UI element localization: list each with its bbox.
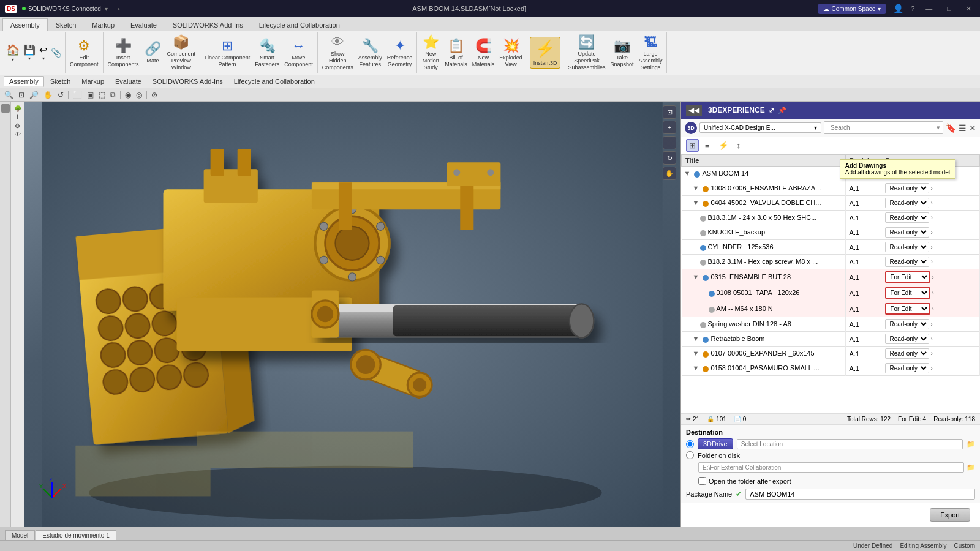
expand-icon[interactable]: ▼	[693, 335, 701, 342]
bottom-tab-motion[interactable]: Estudio de movimiento 1	[36, 530, 116, 540]
help-icon[interactable]: ?	[911, 5, 914, 12]
table-row[interactable]: B18.2 3.1M - Hex cap screw, M8 x ...A.1F…	[682, 255, 980, 269]
ribbon-btn-show-hidden[interactable]: 👁 ShowHiddenComponents	[320, 33, 355, 72]
export-button[interactable]: Export	[930, 508, 970, 522]
dest-3ddrive-button[interactable]: 3DDrive	[698, 438, 733, 449]
ribbon-btn-insert[interactable]: ➕ InsertComponents	[106, 37, 141, 69]
permission-select[interactable]: For EditRead-only	[885, 363, 929, 373]
toolbar-zoom-fit[interactable]: ⊡	[17, 90, 26, 100]
toolbar-search[interactable]: 🔍	[2, 90, 15, 100]
app-selector-dropdown[interactable]: Unified X-CAD Design E... ▾	[699, 122, 821, 133]
table-row[interactable]: ▼ 0315_ENSAMBLE BUT 28A.1For EditRead-on…	[682, 269, 980, 285]
item-permission[interactable]: For EditRead-only›	[881, 269, 980, 285]
panel-tool-sort[interactable]: ↕	[734, 140, 744, 151]
ribbon-btn-instant3d[interactable]: ⚡ Instant3D	[530, 37, 561, 69]
ribbon-btn-smart-fasteners[interactable]: 🔩 SmartFasteners	[253, 37, 281, 69]
permission-select[interactable]: For EditRead-only	[885, 271, 930, 283]
configuration-icon[interactable]: ⚙	[15, 122, 20, 129]
ribbon-btn-materials[interactable]: 🧲 NewMaterials	[470, 37, 497, 69]
dest-radio-3ddrive[interactable]	[686, 440, 694, 448]
tab-evaluate[interactable]: Evaluate	[123, 18, 165, 31]
ribbon-btn-assembly-features[interactable]: 🔧 AssemblyFeatures	[356, 37, 384, 69]
ribbon-btn-mate[interactable]: 🔗 Mate	[142, 40, 164, 66]
ribbon-btn-linear-pattern[interactable]: ⊞ Linear ComponentPattern	[203, 37, 252, 69]
item-permission[interactable]: For EditRead-only›	[881, 361, 980, 376]
nav-zoom-fit[interactable]: ⊡	[663, 105, 676, 119]
toolbar-shading[interactable]: ◉	[123, 90, 133, 100]
table-row[interactable]: ▼ 0404 45002_VALVULA DOBLE CH...A.1For E…	[682, 196, 980, 211]
maximize-button[interactable]: □	[943, 4, 955, 13]
bottom-tab-model[interactable]: Model	[5, 530, 35, 540]
row-chevron[interactable]: ›	[930, 335, 932, 342]
subtab-sketch[interactable]: Sketch	[45, 77, 76, 86]
ribbon-btn-other[interactable]: 📎	[50, 47, 62, 58]
viewport[interactable]: ⊡ + − ↻ ✋ X Y Z	[24, 102, 680, 527]
subtab-markup[interactable]: Markup	[77, 77, 109, 86]
ribbon-btn-large-assembly[interactable]: 🏗 LargeAssemblySettings	[636, 33, 664, 72]
ribbon-btn-home[interactable]: 🏠 ▾	[5, 43, 21, 63]
row-chevron[interactable]: ›	[930, 365, 932, 372]
feature-tree-icon[interactable]: 🌳	[14, 105, 21, 112]
permission-select[interactable]: For EditRead-only	[885, 319, 929, 329]
table-row[interactable]: ▼ 1008 07006_ENSAMBLE ABRAZA...A.1For Ed…	[682, 181, 980, 196]
table-row[interactable]: ▼ 0158 01004_PASAMURO SMALL ...A.1For Ed…	[682, 361, 980, 376]
ribbon-btn-save[interactable]: 💾 ▾	[22, 43, 37, 62]
search-input[interactable]	[827, 123, 937, 132]
expand-icon[interactable]: ▼	[684, 170, 693, 177]
ribbon-btn-snapshot[interactable]: 📷 TakeSnapshot	[608, 37, 635, 69]
subtab-evaluate[interactable]: Evaluate	[110, 77, 146, 86]
row-chevron[interactable]: ›	[930, 185, 932, 192]
panel-table[interactable]: Title Revision P ▼ ASM BOOM 14A.1For Edi…	[681, 154, 980, 413]
nav-zoom-in[interactable]: +	[663, 121, 676, 134]
item-permission[interactable]: For EditRead-only›	[881, 196, 980, 211]
permission-select[interactable]: For EditRead-only	[885, 183, 929, 193]
toolbar-rotate[interactable]: ↺	[56, 90, 66, 100]
permission-select[interactable]: For EditRead-only	[885, 303, 930, 315]
permission-select[interactable]: For EditRead-only	[885, 257, 929, 267]
expand-icon[interactable]: ▼	[693, 199, 701, 206]
toolbar-view4[interactable]: ⧉	[108, 90, 118, 100]
user-icon[interactable]: 👤	[893, 4, 903, 13]
ribbon-btn-update-speedpak[interactable]: 🔄 UpdateSpeedPakSubassemblies	[566, 33, 607, 72]
table-row[interactable]: ▼ 0107 00006_EXPANDER _60x145A.1For Edit…	[682, 347, 980, 361]
ribbon-btn-move[interactable]: ↔ MoveComponent	[282, 37, 315, 69]
tab-assembly[interactable]: Assembly	[2, 18, 48, 31]
subtab-lifecycle[interactable]: Lifecycle and Collaboration	[229, 77, 320, 86]
tab-lifecycle[interactable]: Lifecycle and Collaboration	[251, 18, 348, 31]
panel-tool-grid[interactable]: ⊞	[686, 139, 699, 152]
expand-icon[interactable]: ▼	[693, 364, 701, 372]
item-permission[interactable]: For EditRead-only›	[881, 240, 980, 255]
expand-icon[interactable]: ▼	[693, 350, 701, 357]
display-icon[interactable]: 👁	[15, 131, 21, 138]
ribbon-btn-component[interactable]: 📦 ComponentPreviewWindow	[165, 33, 198, 72]
ribbon-btn-edit-component[interactable]: ⚙ EditComponent	[68, 37, 100, 69]
nav-pan[interactable]: ✋	[663, 167, 676, 180]
pin-icon[interactable]: 📌	[778, 107, 786, 114]
toolbar-section[interactable]: ⊘	[149, 90, 159, 100]
tab-addins[interactable]: SOLIDWORKS Add-Ins	[165, 18, 251, 31]
row-chevron[interactable]: ›	[930, 350, 932, 357]
tab-markup[interactable]: Markup	[84, 18, 123, 31]
table-row[interactable]: 0108 05001_TAPA _120x26A.1For EditRead-o…	[682, 285, 980, 301]
nav-zoom-out[interactable]: −	[663, 136, 676, 149]
item-permission[interactable]: For EditRead-only›	[881, 301, 980, 317]
table-row[interactable]: ▼ Retractable BoomA.1For EditRead-only›	[682, 332, 980, 347]
ribbon-btn-new-motion[interactable]: ⭐ NewMotionStudy	[420, 33, 442, 72]
item-permission[interactable]: For EditRead-only›	[881, 211, 980, 225]
row-chevron[interactable]: ›	[932, 290, 933, 296]
expand-icon[interactable]: ▼	[693, 273, 701, 280]
permission-select[interactable]: For EditRead-only	[885, 348, 929, 359]
toolbar-pan[interactable]: ✋	[42, 90, 55, 100]
table-row[interactable]: Spring washer DIN 128 - A8A.1For EditRea…	[682, 317, 980, 332]
menu-icon[interactable]: ☰	[959, 123, 967, 133]
dest-location-input[interactable]	[737, 439, 963, 449]
row-chevron[interactable]: ›	[930, 321, 932, 328]
item-permission[interactable]: For EditRead-only›	[881, 225, 980, 240]
row-chevron[interactable]: ›	[932, 305, 933, 312]
common-space-button[interactable]: ☁ Common Space ▾	[818, 4, 886, 14]
permission-select[interactable]: For EditRead-only	[885, 227, 929, 238]
property-icon[interactable]: ℹ	[17, 114, 19, 121]
dest-folder-browse-icon[interactable]: 📁	[967, 463, 975, 471]
table-row[interactable]: B18.3.1M - 24 x 3.0 x 50 Hex SHC...A.1Fo…	[682, 211, 980, 225]
permission-select[interactable]: For EditRead-only	[885, 198, 929, 208]
